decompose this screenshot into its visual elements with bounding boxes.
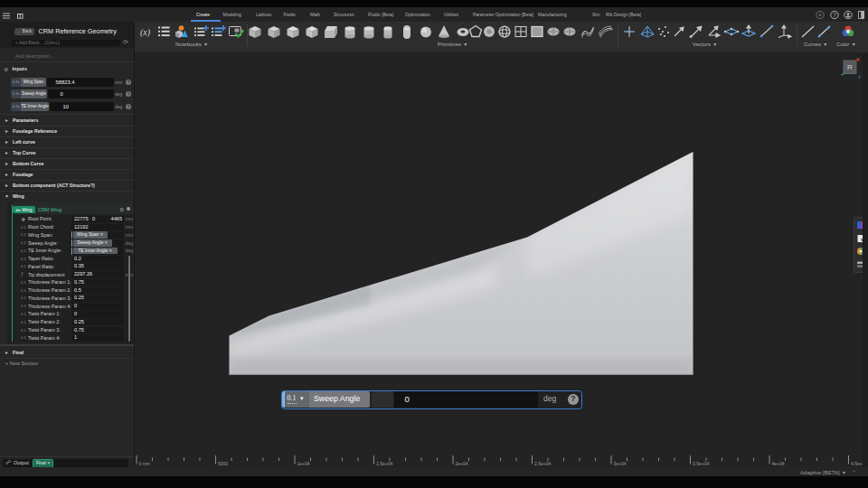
- svg-text:5000: 5000: [218, 461, 228, 466]
- svg-text:1.5e+04: 1.5e+04: [376, 461, 392, 466]
- svg-text:0 mm: 0 mm: [139, 461, 151, 466]
- svg-text:1e+04: 1e+04: [297, 461, 310, 466]
- svg-text:4e+04: 4e+04: [772, 461, 785, 466]
- svg-text:2.5e+04: 2.5e+04: [534, 461, 551, 466]
- svg-text:?: ?: [833, 12, 836, 18]
- svg-text:3e+04: 3e+04: [614, 461, 627, 466]
- svg-text:2e+04: 2e+04: [456, 461, 468, 466]
- svg-text:R: R: [847, 63, 853, 71]
- svg-text:3.5e+04: 3.5e+04: [693, 461, 709, 466]
- svg-text:z: z: [858, 74, 861, 80]
